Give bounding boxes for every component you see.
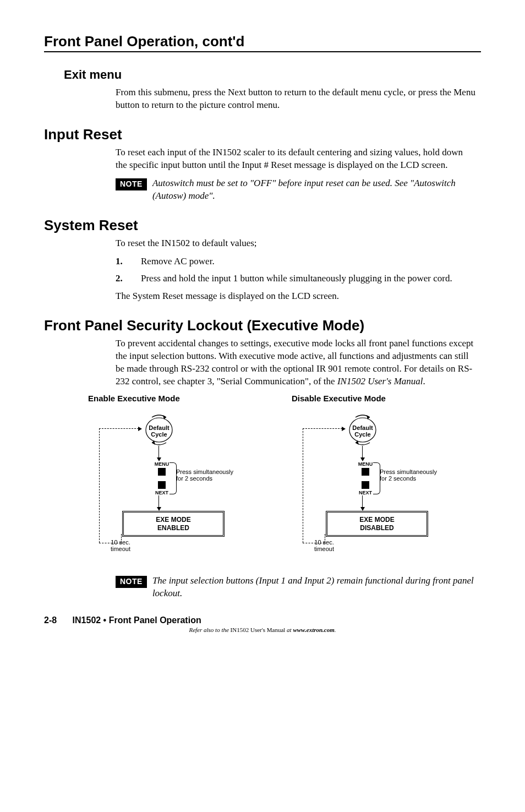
default-cycle-node: Default Cycle: [142, 414, 176, 446]
heading-exit-menu: Exit menu: [64, 68, 481, 82]
footer-line1: 2-8 IN1502 • Front Panel Operation: [44, 615, 481, 625]
svg-marker-1: [163, 415, 166, 419]
connector-line: [99, 428, 100, 543]
label-line: timeout: [314, 546, 334, 552]
label-line: 10 sec.: [111, 539, 130, 546]
label-line: Default: [149, 424, 169, 431]
running-head: Front Panel Operation, cont'd: [44, 33, 481, 52]
timeout-label: 10 sec. timeout: [106, 539, 135, 552]
system-reset-para1: To reset the IN1502 to default values;: [116, 237, 475, 250]
note-text: Autoswitch must be set to "OFF" before i…: [152, 177, 475, 203]
label-line: Cycle: [354, 431, 370, 438]
mode-box-disabled: EXE MODE DISABLED: [326, 511, 428, 537]
disable-diagram: Default Cycle MENU NEXT Press simultaneo…: [292, 412, 479, 571]
figure-enable-title: Enable Executive Mode: [88, 394, 275, 403]
next-key-icon: [362, 481, 369, 489]
label-line: for 2 seconds: [380, 475, 416, 482]
label-line: Press simultaneously: [380, 468, 437, 475]
footer-line2: Refer also to the IN1502 User's Manual a…: [44, 626, 481, 633]
exec-mode-para-tail: .: [423, 376, 425, 386]
list-item: 1. Remove AC power.: [116, 255, 475, 268]
exec-mode-manual: IN1502 User's Manual: [337, 376, 423, 386]
label-line: Cycle: [151, 431, 167, 438]
step-text: Remove AC power.: [141, 255, 475, 268]
arrow-icon: [158, 446, 159, 458]
default-cycle-label: Default Cycle: [346, 425, 380, 438]
step-number: 2.: [116, 273, 124, 285]
mode-box-enabled: EXE MODE ENABLED: [122, 511, 225, 537]
system-reset-steps: 1. Remove AC power. 2. Press and hold th…: [116, 255, 475, 285]
label-line: 10 sec.: [314, 539, 333, 546]
footer-text: User's Manual: [250, 626, 287, 633]
arrow-icon: [158, 495, 159, 508]
footer-title-bold: IN1502 •: [73, 615, 109, 625]
label-line: Default: [352, 424, 373, 431]
page-footer: 2-8 IN1502 • Front Panel Operation Refer…: [44, 615, 481, 633]
timeout-label: 10 sec. timeout: [309, 539, 339, 552]
heading-input-reset: Input Reset: [44, 126, 481, 143]
footer-title-semi: Front Panel Operation: [109, 615, 201, 625]
input-reset-note: NOTE Autoswitch must be set to "OFF" bef…: [116, 177, 475, 203]
exec-mode-para: To prevent accidental changes to setting…: [116, 337, 475, 388]
connector-line: [303, 428, 303, 543]
label-line: timeout: [111, 546, 130, 552]
footer-link-text: www.extron.com: [293, 626, 334, 633]
arrow-icon: [99, 428, 139, 429]
label-line: DISABLED: [360, 524, 393, 532]
footer-text: .: [335, 626, 336, 633]
exec-mode-figures: Enable Executive Mode: [88, 394, 481, 571]
default-cycle-label: Default Cycle: [142, 425, 176, 438]
press-label: Press simultaneously for 2 seconds: [380, 469, 437, 482]
default-cycle-node: Default Cycle: [346, 414, 380, 446]
step-text: Press and hold the input 1 button while …: [141, 273, 475, 285]
figure-enable: Enable Executive Mode: [88, 394, 275, 571]
press-label: Press simultaneously for 2 seconds: [176, 469, 233, 482]
label-line: ENABLED: [157, 524, 189, 532]
note-text: The input selection buttons (Input 1 and…: [152, 575, 475, 600]
label-line: EXE MODE: [359, 516, 394, 524]
heading-exec-mode: Front Panel Security Lockout (Executive …: [44, 317, 481, 334]
exec-mode-note: NOTE The input selection buttons (Input …: [116, 575, 475, 600]
system-reset-para2: The System Reset message is displayed on…: [116, 290, 475, 303]
arrow-icon: [303, 428, 342, 429]
label-line: Press simultaneously: [176, 468, 233, 475]
exit-menu-para: From this submenu, press the Next button…: [116, 86, 475, 112]
label-line: for 2 seconds: [176, 475, 212, 482]
footer-text: Refer also to the: [189, 626, 230, 633]
figure-disable-title: Disable Executive Mode: [292, 394, 479, 403]
page-number: 2-8: [44, 615, 57, 625]
arrow-icon: [362, 495, 363, 508]
menu-key-icon: [158, 468, 166, 476]
arrow-icon: [362, 446, 363, 458]
figure-disable: Disable Executive Mode Default: [292, 394, 479, 571]
step-number: 1.: [116, 255, 124, 268]
svg-marker-4: [367, 415, 370, 419]
footer-text: IN1502: [231, 626, 250, 633]
enable-diagram: Default Cycle MENU NEXT Press simultaneo: [88, 412, 275, 571]
next-key-icon: [158, 481, 166, 489]
input-reset-para: To reset each input of the IN1502 scaler…: [116, 146, 475, 172]
note-tag: NOTE: [116, 178, 147, 190]
note-tag: NOTE: [116, 576, 147, 588]
list-item: 2. Press and hold the input 1 button whi…: [116, 273, 475, 285]
menu-key-icon: [362, 468, 369, 476]
svg-marker-2: [152, 440, 155, 445]
svg-marker-5: [356, 440, 359, 445]
footer-text: at: [287, 626, 293, 633]
heading-system-reset: System Reset: [44, 217, 481, 234]
label-line: EXE MODE: [156, 516, 190, 524]
